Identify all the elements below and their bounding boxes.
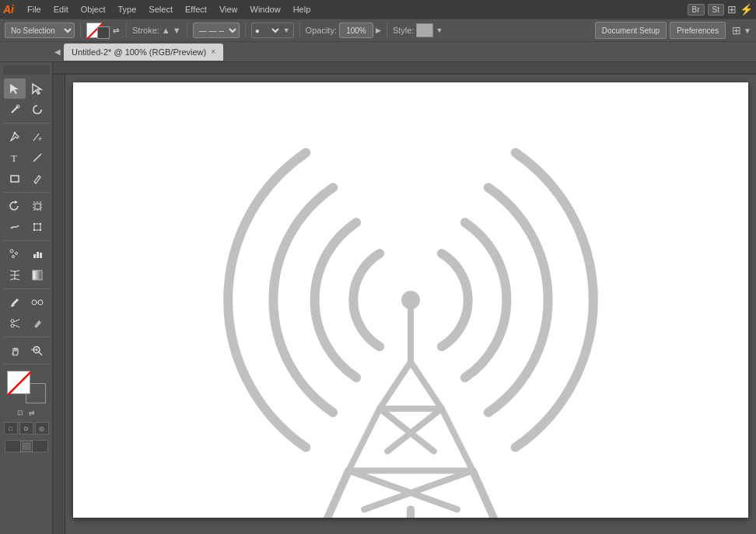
swap-colors-icon[interactable]: ⇄ bbox=[27, 409, 37, 418]
type-tool[interactable]: T bbox=[4, 148, 26, 168]
tab-title: Untitled-2* @ 100% (RGB/Preview) bbox=[72, 47, 206, 57]
svg-rect-19 bbox=[33, 254, 36, 258]
mesh-tool[interactable] bbox=[4, 265, 26, 285]
add-anchor-tool[interactable]: + bbox=[26, 127, 48, 147]
canvas-area[interactable]: // Ruler ticks drawn via JS below bbox=[53, 62, 756, 534]
warp-tool[interactable] bbox=[4, 217, 26, 237]
menu-file[interactable]: File bbox=[22, 3, 47, 16]
vertical-ruler bbox=[53, 75, 65, 534]
svg-rect-21 bbox=[40, 253, 42, 258]
menu-edit[interactable]: Edit bbox=[48, 3, 74, 16]
svg-line-50 bbox=[348, 470, 457, 509]
svg-line-7 bbox=[33, 154, 41, 162]
svg-rect-12 bbox=[33, 223, 35, 225]
color-swatches bbox=[7, 371, 46, 403]
svg-point-25 bbox=[32, 300, 37, 305]
screen-mode-button[interactable] bbox=[5, 440, 48, 452]
free-transform-tool[interactable] bbox=[26, 217, 48, 237]
menu-object[interactable]: Object bbox=[75, 3, 111, 16]
pencil-tool[interactable] bbox=[26, 169, 48, 189]
document-tab[interactable]: Untitled-2* @ 100% (RGB/Preview) × bbox=[64, 44, 223, 61]
opacity-arrow[interactable]: ▶ bbox=[376, 26, 381, 34]
svg-point-28 bbox=[11, 319, 14, 323]
selection-tool[interactable] bbox=[4, 79, 26, 99]
svg-point-4 bbox=[14, 132, 16, 134]
svg-line-42 bbox=[380, 362, 411, 409]
drawing-behind-mode[interactable]: ◎ bbox=[35, 422, 49, 435]
horizontal-ruler: // Ruler ticks drawn via JS below bbox=[53, 62, 756, 75]
svg-rect-8 bbox=[11, 176, 19, 182]
stroke-up-arrow[interactable]: ▲ bbox=[162, 26, 170, 35]
tab-close-button[interactable]: × bbox=[211, 47, 215, 56]
art-canvas[interactable] bbox=[73, 82, 748, 518]
svg-rect-15 bbox=[40, 229, 41, 231]
swap-icon: ⇄ bbox=[113, 26, 121, 34]
scale-tool[interactable] bbox=[26, 196, 48, 216]
app-logo: Ai bbox=[3, 3, 14, 16]
svg-point-29 bbox=[11, 324, 14, 327]
svg-line-48 bbox=[442, 409, 473, 471]
stroke-style-arrow[interactable]: ▼ bbox=[283, 26, 290, 34]
stock-icon[interactable]: St bbox=[708, 4, 724, 16]
menu-window[interactable]: Window bbox=[245, 3, 286, 16]
document-setup-button[interactable]: Document Setup bbox=[595, 22, 667, 39]
svg-rect-9 bbox=[35, 204, 40, 209]
line-segment-tool[interactable] bbox=[26, 148, 48, 168]
style-arrow[interactable]: ▼ bbox=[436, 26, 443, 34]
opacity-input[interactable] bbox=[339, 23, 373, 38]
stroke-style-select[interactable]: 3 pt. Round bbox=[261, 23, 282, 38]
rectangle-tool[interactable] bbox=[4, 169, 26, 189]
variable-width-profile[interactable]: — — — bbox=[193, 23, 240, 38]
svg-point-16 bbox=[10, 250, 13, 253]
zoom-tool[interactable] bbox=[26, 340, 48, 361]
svg-line-52 bbox=[317, 470, 348, 518]
fg-color-swatch[interactable] bbox=[7, 371, 30, 394]
direct-selection-tool[interactable] bbox=[26, 79, 48, 99]
selection-dropdown[interactable]: No Selection bbox=[5, 23, 75, 38]
preferences-button[interactable]: Preferences bbox=[670, 22, 726, 39]
svg-point-18 bbox=[12, 256, 15, 258]
eraser-tool[interactable] bbox=[26, 313, 48, 333]
svg-text:T: T bbox=[11, 152, 17, 164]
workspace-icon[interactable]: ⊞ bbox=[727, 3, 737, 16]
hand-tool[interactable] bbox=[4, 340, 26, 361]
svg-rect-11 bbox=[34, 224, 40, 230]
svg-line-47 bbox=[348, 409, 380, 471]
bridge-icon[interactable]: Br bbox=[688, 4, 705, 16]
tab-scroll-left[interactable]: ◀ bbox=[54, 47, 61, 56]
magic-wand-tool[interactable] bbox=[4, 99, 26, 120]
blend-tool[interactable] bbox=[26, 292, 48, 312]
lasso-tool[interactable] bbox=[26, 99, 48, 120]
stroke-down-arrow[interactable]: ▼ bbox=[173, 26, 181, 35]
swap-reset-group: ⊡ ⇄ bbox=[16, 409, 37, 418]
eyedropper-tool[interactable] bbox=[4, 292, 26, 312]
menu-type[interactable]: Type bbox=[113, 3, 142, 16]
menu-help[interactable]: Help bbox=[288, 3, 317, 16]
svg-line-53 bbox=[473, 470, 504, 518]
svg-rect-20 bbox=[37, 252, 39, 258]
style-swatch[interactable] bbox=[416, 23, 433, 37]
lightning-icon[interactable]: ⚡ bbox=[740, 3, 753, 16]
arrange-icon[interactable]: ⊞ bbox=[732, 24, 741, 37]
normal-drawing-mode[interactable]: □ bbox=[4, 422, 18, 435]
menu-select[interactable]: Select bbox=[143, 3, 178, 16]
menu-bar: Ai File Edit Object Type Select Effect V… bbox=[0, 0, 756, 19]
svg-line-30 bbox=[14, 319, 19, 322]
options-toolbar: No Selection ⇄ Stroke: ▲ ▼ — — — ● 3 pt.… bbox=[0, 19, 756, 42]
reset-colors-icon[interactable]: ⊡ bbox=[16, 409, 25, 418]
gradient-tool[interactable] bbox=[26, 265, 48, 285]
arrange-arrow[interactable]: ▼ bbox=[744, 26, 751, 35]
svg-line-43 bbox=[411, 362, 442, 409]
drawing-inside-mode[interactable]: ⊙ bbox=[19, 422, 33, 435]
svg-line-51 bbox=[364, 470, 473, 509]
stroke-swatch[interactable] bbox=[97, 26, 110, 39]
menu-view[interactable]: View bbox=[214, 3, 243, 16]
svg-rect-38 bbox=[22, 442, 31, 450]
symbol-sprayer-tool[interactable] bbox=[4, 244, 26, 264]
rotate-tool[interactable] bbox=[4, 196, 26, 216]
menu-effect[interactable]: Effect bbox=[180, 3, 212, 16]
opacity-group: Opacity: ▶ bbox=[306, 23, 381, 38]
pen-tool[interactable] bbox=[4, 127, 26, 147]
scissors-tool[interactable] bbox=[4, 313, 26, 333]
column-graph-tool[interactable] bbox=[26, 244, 48, 264]
